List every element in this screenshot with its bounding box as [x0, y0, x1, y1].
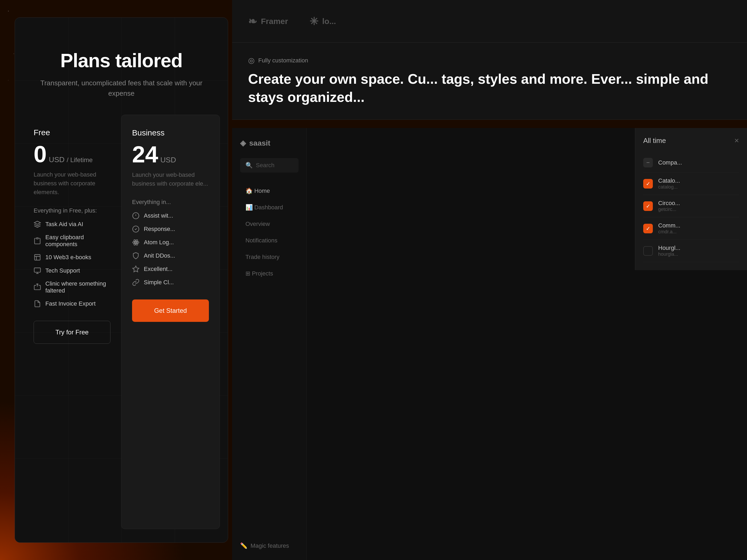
plan-business-price: 24 USD: [132, 143, 209, 166]
feature-label: Response...: [144, 225, 175, 233]
filter-item-comm[interactable]: ✓ Comm... cmdr.a...: [643, 217, 739, 240]
filter-close-button[interactable]: ×: [734, 136, 739, 145]
filter-title: All time: [643, 136, 666, 145]
filter-item-url: hourgla...: [658, 251, 739, 257]
pricing-subtitle: Transparent, uncomplicated fees that sca…: [36, 78, 206, 99]
sidebar-item-label: Overview: [246, 220, 270, 227]
checkbox-minus[interactable]: −: [643, 158, 653, 167]
pricing-header: Plans tailored Transparent, uncomplicate…: [15, 18, 228, 115]
sidebar-item-label: Projects: [252, 270, 273, 277]
sidebar-item-overview[interactable]: Overview: [240, 216, 299, 232]
feature-label: Assist wit...: [144, 212, 173, 219]
sidebar-item-home[interactable]: 🏠 Home: [240, 183, 299, 199]
svg-marker-10: [133, 266, 139, 272]
right-panel: ❧ Framer ✳ lo... ◎ Fully customization C…: [232, 0, 747, 560]
main-container: Plans tailored Transparent, uncomplicate…: [0, 0, 747, 560]
app-content: All time × − Compa... ✓: [307, 128, 747, 560]
feature-badge: ◎ Fully customization: [248, 56, 731, 65]
feature-label: Easy clipboard components: [45, 234, 110, 248]
filter-header: All time ×: [643, 136, 739, 145]
feature-clipboard-icon: [34, 237, 41, 244]
feature-item: Excellent...: [132, 265, 209, 273]
feature-label: Excellent...: [144, 266, 173, 272]
magic-icon: ✏️: [240, 542, 247, 549]
search-icon: 🔍: [246, 162, 253, 169]
plans-container: Free 0 USD / Lifetime Launch your web-ba…: [15, 115, 228, 542]
svg-rect-0: [36, 238, 38, 239]
feature-simple-icon: [132, 279, 139, 286]
feature-item: Fast Invoice Export: [34, 300, 110, 308]
page-title: Plans tailored: [36, 50, 206, 72]
feature-assist-icon: [132, 212, 139, 219]
filter-item-content: Comm... cmdr.a...: [658, 222, 739, 235]
sidebar-logo: ◈ saasit: [240, 139, 299, 148]
feature-label: 10 Web3 e-books: [45, 254, 91, 261]
app-layout: ◈ saasit 🔍 Search 🏠 Home 📊 Dashboard: [232, 128, 747, 560]
filter-item-name: Comm...: [658, 222, 739, 229]
get-started-button[interactable]: Get Started: [132, 299, 209, 322]
filter-item-name: Catalo...: [658, 177, 739, 184]
sidebar-item-notifications[interactable]: Notifications: [240, 233, 299, 248]
sidebar-item-trade-history[interactable]: Trade history: [240, 249, 299, 265]
filter-item-content: Compa...: [658, 159, 739, 166]
checkbox-empty[interactable]: [643, 246, 653, 256]
filter-item-hourgl[interactable]: Hourgl... hourgla...: [643, 240, 739, 262]
left-panel: Plans tailored Transparent, uncomplicate…: [0, 0, 232, 560]
feature-label: Task Aid via AI: [45, 221, 83, 228]
feature-text: Create your own space. Cu... tags, style…: [248, 70, 731, 106]
sidebar-item-dashboard[interactable]: 📊 Dashboard: [240, 200, 299, 215]
feature-label: Anit DDos...: [144, 252, 175, 259]
sidebar-search[interactable]: 🔍 Search: [240, 158, 299, 172]
feature-item: Task Aid via AI: [34, 220, 110, 228]
plan-free-features-label: Everything in Free, plus:: [34, 207, 110, 214]
feature-item: Clinic where something faltered: [34, 280, 110, 294]
second-logo-name: lo...: [322, 17, 336, 26]
feature-badge-text: Fully customization: [258, 57, 308, 64]
try-for-free-button[interactable]: Try for Free: [34, 321, 110, 344]
plan-free-features: Task Aid via AI Easy clipboard component…: [34, 220, 110, 308]
logos-bar: ❧ Framer ✳ lo...: [232, 0, 747, 43]
filter-item-compa[interactable]: − Compa...: [643, 153, 739, 172]
feature-excellent-icon: [132, 265, 139, 273]
sidebar-item-label: Trade history: [246, 254, 280, 260]
second-logo-icon: ✳: [309, 15, 318, 27]
feature-label: Tech Support: [45, 267, 80, 274]
sidebar-magic[interactable]: ✏️ Magic features: [240, 542, 289, 549]
layers-icon: ⊞: [246, 270, 252, 277]
sidebar-logo-text: saasit: [249, 139, 270, 148]
feature-item: Response...: [132, 225, 209, 233]
svg-point-3: [37, 284, 38, 285]
feature-label: Fast Invoice Export: [45, 300, 96, 307]
filter-item-content: Circoo... getcirc...: [658, 200, 739, 212]
plan-free-period: / Lifetime: [67, 156, 93, 164]
plan-business-name: Business: [132, 128, 209, 137]
pricing-card: Plans tailored Transparent, uncomplicate…: [15, 17, 228, 543]
feature-item: Anit DDos...: [132, 252, 209, 260]
filter-item-content: Hourgl... hourgla...: [658, 244, 739, 257]
feature-item: 10 Web3 e-books: [34, 254, 110, 261]
svg-point-6: [135, 242, 136, 243]
plan-business-features: Assist wit... Response... Atom Log...: [132, 212, 209, 286]
sidebar-item-label: Dashboard: [254, 204, 283, 211]
sidebar-item-label: Home: [254, 187, 270, 194]
filter-item-catalo[interactable]: ✓ Catalo... catalog...: [643, 172, 739, 195]
second-logo: ✳ lo...: [309, 15, 336, 27]
filter-panel: All time × − Compa... ✓: [635, 128, 747, 270]
framer-icon: ❧: [248, 15, 257, 27]
checkbox-checked[interactable]: ✓: [643, 201, 653, 211]
home-icon: 🏠: [246, 187, 254, 194]
sidebar-item-projects[interactable]: ⊞ Projects: [240, 266, 299, 281]
app-sidebar: ◈ saasit 🔍 Search 🏠 Home 📊 Dashboard: [232, 128, 307, 560]
framer-name: Framer: [261, 17, 288, 26]
filter-item-circoo[interactable]: ✓ Circoo... getcirc...: [643, 195, 739, 217]
feature-ai-icon: [34, 220, 41, 228]
plan-free-currency: USD: [49, 156, 65, 164]
plan-free-name: Free: [34, 128, 110, 137]
filter-item-name: Hourgl...: [658, 244, 739, 251]
feature-clinic-icon: [34, 284, 41, 291]
feature-item: Assist wit...: [132, 212, 209, 219]
plan-free-description: Launch your web-based business with corp…: [34, 170, 110, 196]
checkbox-checked[interactable]: ✓: [643, 179, 653, 189]
checkbox-checked[interactable]: ✓: [643, 224, 653, 233]
plan-business: Business 24 USD Launch your web-based bu…: [121, 115, 220, 529]
